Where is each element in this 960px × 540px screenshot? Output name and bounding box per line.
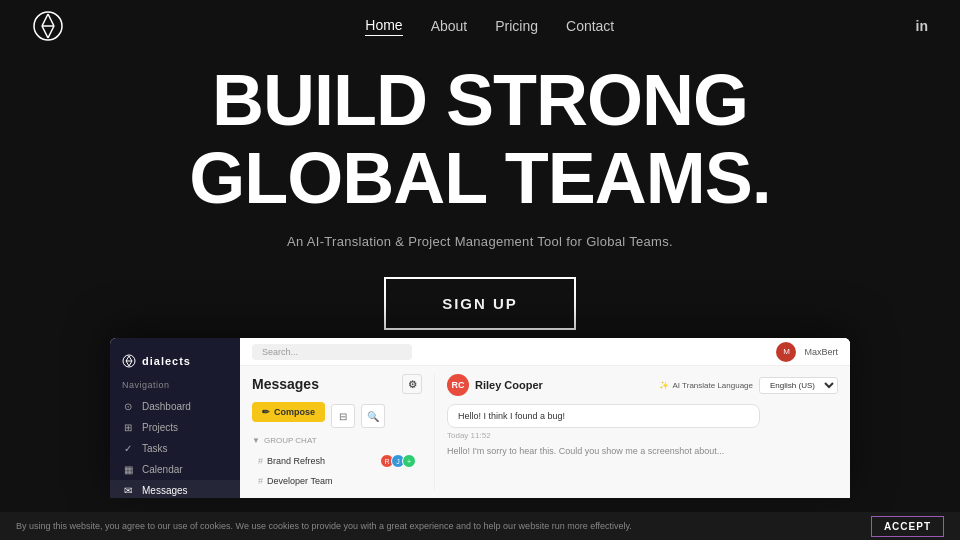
hero-title: BUILD STRONG GLOBAL TEAMS. [189, 62, 771, 218]
chevron-down-icon: ▼ [252, 436, 260, 445]
sidebar-item-projects[interactable]: ⊞ Projects [110, 417, 240, 438]
group-name: # Brand Refresh [258, 456, 325, 466]
svg-line-23 [126, 361, 129, 366]
nav-right: in [916, 18, 928, 34]
hash-icon: # [258, 476, 263, 486]
projects-icon: ⊞ [122, 422, 134, 433]
svg-line-3 [42, 26, 48, 38]
translate-label: ✨ AI Translate Language [659, 381, 753, 390]
sidebar-item-label: Projects [142, 422, 178, 433]
app-topbar: Search... M MaxBert [240, 338, 850, 366]
accept-button[interactable]: ACCEPT [871, 516, 944, 537]
group-name: # Developer Team [258, 476, 332, 486]
chat-avatar: RC [447, 374, 469, 396]
group-avatars: R J + [383, 454, 416, 468]
logo-icon [32, 10, 64, 42]
filter-button[interactable]: ⊟ [331, 404, 355, 428]
topbar-username: MaxBert [804, 347, 838, 357]
topbar-right: M MaxBert [776, 342, 838, 362]
messages-title: Messages [252, 376, 319, 392]
translate-select[interactable]: English (US) [759, 377, 838, 394]
group-chat-item-dev[interactable]: # Developer Team [252, 472, 422, 490]
pencil-icon: ✏ [262, 407, 270, 417]
linkedin-icon[interactable]: in [916, 18, 928, 34]
sidebar-logo: dialects [110, 348, 240, 380]
svg-line-24 [129, 361, 132, 366]
group-chat-label: ▼ GROUP CHAT [252, 436, 422, 445]
hero-subtitle: An AI-Translation & Project Management T… [287, 234, 673, 249]
chat-user-name: Riley Cooper [475, 379, 543, 391]
hero-title-line1: BUILD STRONG [189, 62, 771, 140]
cookie-bar: By using this website, you agree to our … [0, 512, 960, 540]
sidebar-item-label: Messages [142, 485, 188, 496]
messages-area: Messages ⚙ ✏ Compose ⊟ 🔍 ▼ GROUP CHAT [240, 366, 850, 498]
svg-line-22 [129, 356, 132, 361]
sidebar-item-tasks[interactable]: ✓ Tasks [110, 438, 240, 459]
signup-button[interactable]: SIGN UP [384, 277, 576, 330]
chat-user: RC Riley Cooper [447, 374, 543, 396]
calendar-icon: ▦ [122, 464, 134, 475]
svg-line-21 [126, 356, 129, 361]
svg-line-2 [48, 14, 54, 26]
search-button[interactable]: 🔍 [361, 404, 385, 428]
nav-home[interactable]: Home [365, 17, 402, 36]
app-main: Search... M MaxBert Messages ⚙ ✏ Compose… [240, 338, 850, 498]
nav-pricing[interactable]: Pricing [495, 18, 538, 34]
gear-button[interactable]: ⚙ [402, 374, 422, 394]
svg-line-4 [48, 26, 54, 38]
sidebar-logo-icon [122, 354, 136, 368]
messages-left-panel: Messages ⚙ ✏ Compose ⊟ 🔍 ▼ GROUP CHAT [252, 374, 422, 490]
translate-row: ✨ AI Translate Language English (US) [659, 377, 838, 394]
sparkle-icon: ✨ [659, 381, 669, 390]
tasks-icon: ✓ [122, 443, 134, 454]
sidebar-item-label: Calendar [142, 464, 183, 475]
sidebar-item-label: Tasks [142, 443, 168, 454]
group-chat-item-brand[interactable]: # Brand Refresh R J + [252, 450, 422, 472]
search-bar[interactable]: Search... [252, 344, 412, 360]
messages-right-panel: RC Riley Cooper ✨ AI Translate Language … [434, 374, 838, 490]
messages-header: Messages ⚙ [252, 374, 422, 394]
dashboard-icon: ⊙ [122, 401, 134, 412]
cookie-text: By using this website, you agree to our … [16, 521, 632, 531]
compose-button[interactable]: ✏ Compose [252, 402, 325, 422]
sidebar-nav-label: Navigation [110, 380, 240, 396]
topbar-avatar: M [776, 342, 796, 362]
chat-bubble-partial: Hello! I'm sorry to hear this. Could you… [447, 446, 838, 456]
sidebar-item-calendar[interactable]: ▦ Calendar [110, 459, 240, 480]
sidebar-item-dashboard[interactable]: ⊙ Dashboard [110, 396, 240, 417]
app-screenshot: dialects Navigation ⊙ Dashboard ⊞ Projec… [110, 338, 850, 498]
hash-icon: # [258, 456, 263, 466]
app-sidebar: dialects Navigation ⊙ Dashboard ⊞ Projec… [110, 338, 240, 498]
logo[interactable] [32, 10, 64, 42]
sidebar-item-messages[interactable]: ✉ Messages [110, 480, 240, 498]
messages-icon: ✉ [122, 485, 134, 496]
chat-time: Today 11:52 [447, 431, 838, 440]
avatar: + [402, 454, 416, 468]
hero-title-line2: GLOBAL TEAMS. [189, 140, 771, 218]
chat-header: RC Riley Cooper ✨ AI Translate Language … [447, 374, 838, 396]
nav-links: Home About Pricing Contact [365, 17, 614, 36]
compose-label: Compose [274, 407, 315, 417]
navbar: Home About Pricing Contact in [0, 0, 960, 52]
svg-line-1 [42, 14, 48, 26]
nav-about[interactable]: About [431, 18, 468, 34]
sidebar-item-label: Dashboard [142, 401, 191, 412]
chat-bubble: Hello! I think I found a bug! [447, 404, 760, 428]
nav-contact[interactable]: Contact [566, 18, 614, 34]
sidebar-logo-text: dialects [142, 355, 191, 367]
